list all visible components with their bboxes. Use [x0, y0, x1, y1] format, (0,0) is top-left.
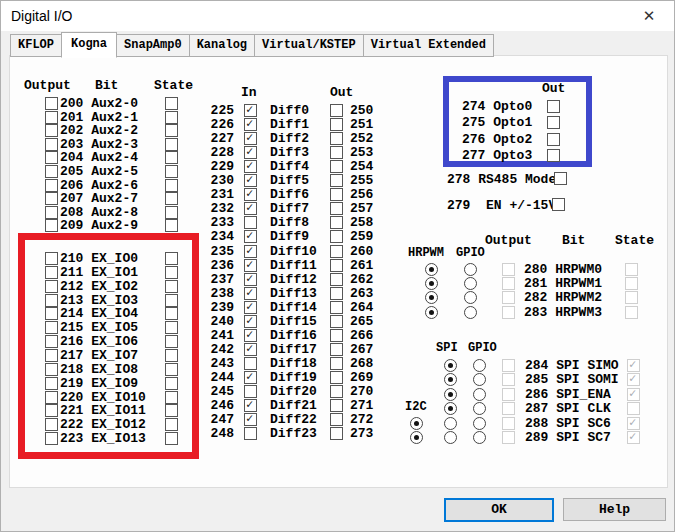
- output-checkbox[interactable]: [502, 263, 515, 276]
- state-checkbox[interactable]: [625, 306, 638, 319]
- help-button[interactable]: Help: [563, 498, 666, 521]
- spi-radio[interactable]: [444, 417, 457, 430]
- opto-out-checkbox[interactable]: [547, 116, 560, 129]
- in-checkbox[interactable]: [244, 329, 257, 342]
- spi-radio[interactable]: [444, 359, 457, 372]
- hrpwm-radio[interactable]: [425, 263, 438, 276]
- tab-kogna[interactable]: Kogna: [61, 32, 117, 58]
- state-checkbox[interactable]: [627, 373, 640, 386]
- gpio-radio[interactable]: [473, 373, 486, 386]
- in-bit-number: 235: [210, 245, 234, 259]
- state-checkbox[interactable]: [627, 402, 640, 415]
- state-checkbox[interactable]: [625, 277, 638, 290]
- out-checkbox[interactable]: [330, 343, 343, 356]
- tab-virtual-extended[interactable]: Virtual Extended: [363, 34, 494, 57]
- diff-io-row: 230 Diff5 255: [10, 174, 667, 188]
- in-checkbox[interactable]: [244, 202, 257, 215]
- rs485-checkbox[interactable]: [554, 172, 567, 185]
- state-checkbox[interactable]: [625, 263, 638, 276]
- gpio-radio[interactable]: [473, 359, 486, 372]
- spi-number: 288: [525, 416, 548, 431]
- spi-row: 287 SPI CLK: [10, 402, 667, 416]
- spi-row: 284 SPI SIMO: [10, 359, 667, 373]
- out-bit-number: 266: [350, 329, 373, 343]
- close-icon[interactable]: ✕: [632, 4, 666, 28]
- i2c-radio[interactable]: [410, 431, 423, 444]
- output-checkbox[interactable]: [502, 388, 515, 401]
- state-checkbox[interactable]: [627, 417, 640, 430]
- output-checkbox[interactable]: [502, 417, 515, 430]
- output-checkbox[interactable]: [502, 277, 515, 290]
- in-checkbox[interactable]: [244, 216, 257, 229]
- opto-out-checkbox[interactable]: [547, 133, 560, 146]
- state-checkbox[interactable]: [627, 359, 640, 372]
- gpio-radio[interactable]: [464, 263, 477, 276]
- spi-name: SPI SC7: [556, 430, 611, 445]
- out-checkbox[interactable]: [330, 329, 343, 342]
- hrpwm-radio[interactable]: [425, 291, 438, 304]
- opto-name: Opto2: [493, 132, 532, 147]
- in-checkbox[interactable]: [244, 174, 257, 187]
- spi-radio[interactable]: [444, 388, 457, 401]
- in-checkbox[interactable]: [244, 343, 257, 356]
- i2c-radio[interactable]: [410, 417, 423, 430]
- out-checkbox[interactable]: [330, 188, 343, 201]
- diff-io-row: 242 Diff17 267: [10, 343, 667, 357]
- gpio-radio[interactable]: [464, 291, 477, 304]
- diff-io-row: 232 Diff7 257: [10, 202, 667, 216]
- state-checkbox[interactable]: [627, 388, 640, 401]
- opto-out-header: Out: [542, 82, 565, 96]
- in-checkbox[interactable]: [244, 245, 257, 258]
- opto-label: 276 Opto2: [462, 133, 532, 147]
- opto-out-checkbox[interactable]: [547, 100, 560, 113]
- spi-radio[interactable]: [444, 431, 457, 444]
- tab-kflop[interactable]: KFLOP: [10, 34, 62, 57]
- out-checkbox[interactable]: [330, 245, 343, 258]
- out-checkbox[interactable]: [330, 174, 343, 187]
- gpio-radio[interactable]: [473, 388, 486, 401]
- gpio-radio[interactable]: [473, 417, 486, 430]
- hrpwm-number: 280: [524, 262, 547, 277]
- gpio-radio[interactable]: [464, 277, 477, 290]
- output-checkbox[interactable]: [502, 402, 515, 415]
- tab-virtual-kstep[interactable]: Virtual/KSTEP: [254, 34, 364, 57]
- in-checkbox[interactable]: [244, 230, 257, 243]
- out-checkbox[interactable]: [330, 230, 343, 243]
- gpio-radio[interactable]: [464, 306, 477, 319]
- hrpwm-row: 282 HRPWM2: [10, 291, 667, 305]
- tab-snapamp0[interactable]: SnapAmp0: [116, 34, 190, 57]
- state-checkbox[interactable]: [625, 291, 638, 304]
- spi-radio[interactable]: [444, 373, 457, 386]
- diff-name: Diff5: [270, 174, 309, 188]
- output-checkbox[interactable]: [502, 306, 515, 319]
- spi-name: SPI CLK: [556, 401, 611, 416]
- out-checkbox[interactable]: [330, 202, 343, 215]
- state-checkbox[interactable]: [627, 431, 640, 444]
- output-checkbox[interactable]: [502, 373, 515, 386]
- opto-out-checkbox[interactable]: [547, 149, 560, 162]
- spi-row: 288 SPI SC6: [10, 417, 667, 431]
- opto-label: 275 Opto1: [462, 116, 532, 130]
- gpio-radio[interactable]: [473, 431, 486, 444]
- out-checkbox[interactable]: [330, 216, 343, 229]
- hrpwm-name: HRPWM2: [555, 290, 602, 305]
- tab-kanalog[interactable]: Kanalog: [189, 34, 255, 57]
- en15v-checkbox[interactable]: [552, 198, 565, 211]
- output-checkbox[interactable]: [502, 431, 515, 444]
- mid-in-header: In: [241, 86, 257, 100]
- spi-radio[interactable]: [444, 402, 457, 415]
- opto-number: 274: [462, 99, 485, 114]
- spi-number: 285: [525, 372, 548, 387]
- ok-button[interactable]: OK: [444, 498, 554, 522]
- output-checkbox[interactable]: [502, 291, 515, 304]
- opto-name: Opto0: [493, 99, 532, 114]
- gpio-radio[interactable]: [473, 402, 486, 415]
- in-checkbox[interactable]: [244, 188, 257, 201]
- hrpwm-radio[interactable]: [425, 306, 438, 319]
- output-checkbox[interactable]: [502, 359, 515, 372]
- mid-out-header: Out: [330, 86, 353, 100]
- out-bit-number: 259: [350, 230, 373, 244]
- opto-row: 277 Opto3: [10, 149, 667, 163]
- left-output-header: Output: [24, 79, 71, 93]
- hrpwm-radio[interactable]: [425, 277, 438, 290]
